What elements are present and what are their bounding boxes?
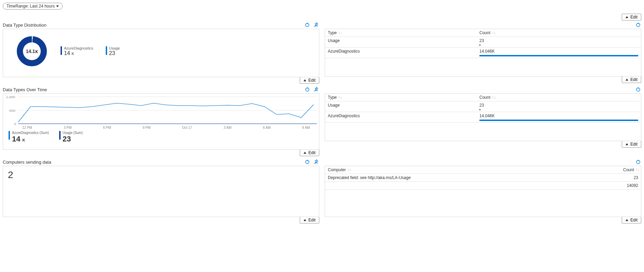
- log-analytics-icon[interactable]: [635, 86, 641, 93]
- card-data-types-over-time: Data Types Over Time 1,000 500: [3, 86, 319, 156]
- legend-item: Usage 23: [106, 46, 120, 56]
- card-edit-button[interactable]: Edit: [622, 76, 641, 83]
- legend-item: Usage (Sum) 23: [59, 131, 83, 144]
- line-chart: 1,000 500 0: [5, 95, 317, 126]
- card-edit-button[interactable]: Edit: [622, 217, 641, 223]
- log-analytics-icon[interactable]: [304, 22, 310, 28]
- sort-icon: ↑↓: [347, 167, 350, 170]
- edit-label: Edit: [630, 15, 637, 19]
- donut-chart: 14.1ᴋ: [17, 36, 47, 66]
- card-title: Computers sending data: [3, 160, 51, 165]
- computers-count: 2: [3, 166, 319, 184]
- card-dist-table: Type↑↓ Count↑↓ Usage 23 AzureDiagnostics…: [325, 22, 641, 84]
- donut-center-value: 14.1ᴋ: [17, 36, 47, 66]
- up-arrow-icon: [304, 219, 306, 221]
- pin-icon[interactable]: [313, 22, 319, 28]
- up-arrow-icon: [626, 79, 628, 81]
- time-range-label: TimeRange: Last 24 hours: [7, 4, 55, 9]
- table-row[interactable]: Usage 23: [325, 37, 641, 47]
- svg-text:500: 500: [9, 109, 16, 112]
- svg-rect-15: [307, 160, 308, 161]
- page-edit-button[interactable]: Edit: [622, 14, 641, 21]
- dist-table: Type↑↓ Count↑↓ Usage 23 AzureDiagnostics…: [325, 29, 641, 58]
- sort-icon: ↑↓: [338, 95, 341, 98]
- card-edit-button[interactable]: Edit: [300, 149, 319, 156]
- sort-icon: ↑↓: [492, 30, 494, 33]
- col-type[interactable]: Type↑↓: [325, 29, 477, 37]
- table-row[interactable]: 14092: [325, 182, 641, 190]
- log-analytics-icon[interactable]: [635, 22, 641, 28]
- card-computers-sending-data: Computers sending data 2 Edit: [3, 159, 319, 223]
- table-row[interactable]: AzureDiagnostics 14.046K: [325, 47, 641, 58]
- col-computer[interactable]: Computer↑↓: [325, 166, 610, 174]
- sort-icon: ↑↓: [492, 95, 494, 98]
- over-time-table: Type↑↓ Count↑↓ Usage 23 AzureDiagnostics…: [325, 94, 641, 123]
- table-row[interactable]: Deprecated field: see http://aka.ms/LA-U…: [325, 174, 641, 182]
- card-title: Data Type Distribution: [3, 23, 47, 28]
- card-edit-button[interactable]: Edit: [622, 141, 641, 148]
- up-arrow-icon: [626, 143, 628, 145]
- computers-table: Computer↑↓ Count↑↓ Deprecated field: see…: [325, 166, 641, 190]
- svg-rect-17: [638, 160, 639, 161]
- svg-rect-13: [638, 87, 639, 89]
- up-arrow-icon: [304, 152, 306, 154]
- col-count[interactable]: Count↑↓: [477, 29, 641, 37]
- pin-icon[interactable]: [313, 159, 319, 165]
- col-type[interactable]: Type↑↓: [325, 94, 477, 101]
- svg-rect-3: [638, 23, 639, 24]
- sort-icon: ↑↓: [338, 30, 341, 33]
- legend-item: AzureDiagnostics 14 K: [61, 46, 93, 56]
- x-axis-labels: 12 PM 3 PM 6 PM 9 PM Oct 17 3 AM 6 AM 9 …: [5, 126, 317, 131]
- legend-item: AzureDiagnostics (Sum) 14 K: [9, 131, 49, 144]
- card-title: Data Types Over Time: [3, 87, 47, 92]
- log-analytics-icon[interactable]: [635, 159, 641, 165]
- col-count[interactable]: Count↑↓: [477, 94, 641, 101]
- pin-icon[interactable]: [313, 86, 319, 93]
- up-arrow-icon: [626, 16, 628, 18]
- up-arrow-icon: [626, 219, 628, 221]
- card-data-type-distribution: Data Type Distribution 14.1ᴋ: [3, 22, 319, 84]
- log-analytics-icon[interactable]: [304, 159, 310, 165]
- card-over-time-table: Type↑↓ Count↑↓ Usage 23 AzureDiagnostics…: [325, 86, 641, 156]
- card-edit-button[interactable]: Edit: [300, 217, 319, 223]
- chevron-down-icon: [56, 5, 59, 7]
- svg-text:1,000: 1,000: [6, 95, 15, 99]
- svg-text:0: 0: [14, 122, 16, 126]
- svg-rect-5: [307, 87, 308, 89]
- time-range-dropdown[interactable]: TimeRange: Last 24 hours: [3, 3, 63, 10]
- svg-rect-1: [307, 23, 308, 24]
- table-row[interactable]: AzureDiagnostics 14.046K: [325, 112, 641, 123]
- col-count[interactable]: Count↑↓: [610, 166, 641, 174]
- card-computers-table: Computer↑↓ Count↑↓ Deprecated field: see…: [325, 159, 641, 223]
- card-edit-button[interactable]: Edit: [300, 77, 319, 84]
- up-arrow-icon: [304, 79, 306, 81]
- log-analytics-icon[interactable]: [304, 86, 310, 93]
- table-row[interactable]: Usage 23: [325, 101, 641, 112]
- sort-icon: ↑↓: [635, 167, 638, 170]
